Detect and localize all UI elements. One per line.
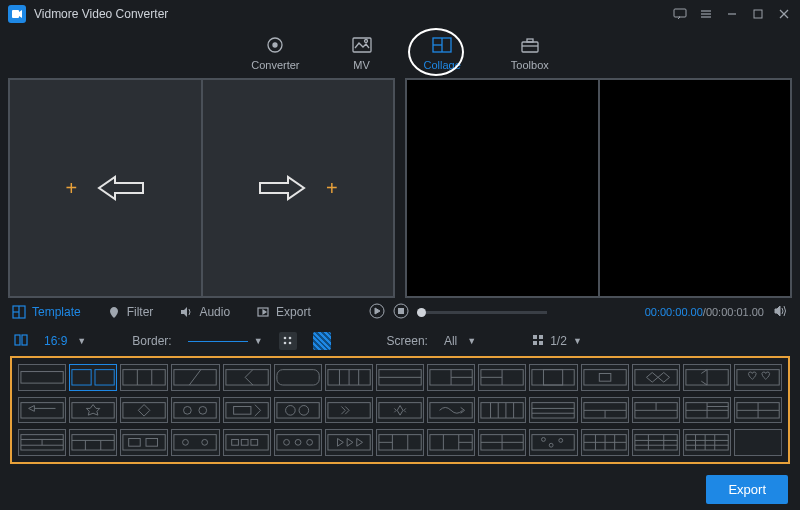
template-thumb[interactable] [632, 364, 680, 391]
template-thumb[interactable] [683, 429, 731, 456]
template-thumb[interactable] [223, 429, 271, 456]
template-thumb[interactable] [223, 364, 271, 391]
minimize-icon[interactable] [724, 6, 740, 22]
template-thumb[interactable] [683, 397, 731, 424]
svg-rect-149 [686, 435, 728, 450]
template-thumb[interactable] [376, 429, 424, 456]
template-thumb[interactable] [734, 397, 782, 424]
collage-slot-left[interactable]: + [10, 80, 201, 296]
layout-indicator-icon [14, 333, 28, 350]
svg-rect-1 [674, 9, 686, 17]
template-thumb[interactable] [529, 429, 577, 456]
templates-grid [10, 356, 790, 464]
border-pattern-button[interactable] [313, 332, 331, 350]
template-thumb[interactable] [18, 364, 66, 391]
template-thumb[interactable] [274, 429, 322, 456]
toolbox-icon [518, 35, 542, 55]
template-thumb[interactable] [376, 364, 424, 391]
svg-rect-73 [233, 406, 250, 414]
tab-collage[interactable]: Collage [424, 35, 461, 71]
stop-button[interactable] [393, 303, 409, 321]
add-media-icon[interactable]: + [326, 177, 338, 200]
tab-label: Collage [424, 59, 461, 71]
svg-point-114 [202, 440, 208, 446]
template-thumb[interactable] [223, 397, 271, 424]
svg-rect-11 [353, 38, 371, 52]
add-media-icon[interactable]: + [65, 177, 77, 200]
tab-mv[interactable]: MV [350, 35, 374, 71]
subtab-label: Audio [199, 305, 230, 319]
volume-icon[interactable] [772, 303, 788, 321]
template-thumb[interactable] [734, 429, 782, 456]
template-thumb[interactable] [581, 397, 629, 424]
converter-icon [263, 35, 287, 55]
template-thumb[interactable] [632, 429, 680, 456]
titlebar: Vidmore Video Converter [0, 0, 800, 28]
subtab-template[interactable]: Template [12, 305, 81, 319]
template-thumb[interactable] [120, 364, 168, 391]
svg-rect-111 [146, 439, 158, 447]
maximize-icon[interactable] [750, 6, 766, 22]
template-thumb[interactable] [632, 397, 680, 424]
border-style-select[interactable]: ▼ [188, 336, 263, 346]
svg-line-43 [190, 370, 202, 385]
template-thumb[interactable] [171, 364, 219, 391]
subtab-filter[interactable]: Filter [107, 305, 154, 319]
template-thumb[interactable] [120, 397, 168, 424]
template-thumb[interactable] [171, 397, 219, 424]
svg-rect-32 [533, 335, 537, 339]
template-thumb[interactable] [325, 397, 373, 424]
export-bar: Export [706, 475, 788, 504]
template-thumb[interactable] [734, 364, 782, 391]
template-thumb[interactable] [478, 397, 526, 424]
subtab-export[interactable]: Export [256, 305, 311, 319]
close-icon[interactable] [776, 6, 792, 22]
template-thumb[interactable] [18, 397, 66, 424]
template-thumb[interactable] [171, 429, 219, 456]
svg-point-12 [364, 40, 367, 43]
template-thumb[interactable] [478, 429, 526, 456]
window-controls [672, 6, 792, 22]
border-color-button[interactable] [279, 332, 297, 350]
svg-rect-39 [123, 370, 165, 385]
template-thumb[interactable] [427, 364, 475, 391]
tab-toolbox[interactable]: Toolbox [511, 35, 549, 71]
template-thumb[interactable] [325, 429, 373, 456]
template-thumb[interactable] [120, 429, 168, 456]
template-thumb[interactable] [581, 364, 629, 391]
svg-rect-123 [328, 435, 370, 450]
template-thumb[interactable] [69, 364, 117, 391]
template-thumb[interactable] [274, 364, 322, 391]
template-thumb[interactable] [427, 397, 475, 424]
play-button[interactable] [369, 303, 385, 321]
feedback-icon[interactable] [672, 6, 688, 22]
aspect-ratio-select[interactable]: 16:9 ▼ [44, 334, 86, 348]
chevron-down-icon[interactable]: ▼ [573, 336, 582, 346]
template-thumb[interactable] [274, 397, 322, 424]
template-thumb[interactable] [427, 429, 475, 456]
collage-slot-right[interactable]: + [203, 80, 394, 296]
template-thumb[interactable] [376, 397, 424, 424]
collage-canvas[interactable]: + + [8, 78, 395, 298]
screen-select[interactable]: All ▼ [444, 334, 476, 348]
template-thumb[interactable] [683, 364, 731, 391]
template-thumb[interactable] [69, 397, 117, 424]
template-thumb[interactable] [18, 429, 66, 456]
svg-point-75 [285, 405, 295, 415]
template-thumb[interactable] [581, 429, 629, 456]
svg-rect-6 [754, 10, 762, 18]
preview-controls: 00:00:00.00/00:00:01.00 [369, 303, 788, 321]
template-thumb[interactable] [529, 364, 577, 391]
svg-rect-45 [277, 370, 319, 385]
seek-bar[interactable] [417, 311, 637, 314]
export-button[interactable]: Export [706, 475, 788, 504]
tab-converter[interactable]: Converter [251, 35, 299, 71]
template-thumb[interactable] [325, 364, 373, 391]
svg-point-30 [283, 342, 286, 345]
mid-tabs: Template Filter Audio Export 00:00:00.00… [0, 298, 800, 326]
template-thumb[interactable] [478, 364, 526, 391]
template-thumb[interactable] [529, 397, 577, 424]
template-thumb[interactable] [69, 429, 117, 456]
menu-icon[interactable] [698, 6, 714, 22]
subtab-audio[interactable]: Audio [179, 305, 230, 319]
